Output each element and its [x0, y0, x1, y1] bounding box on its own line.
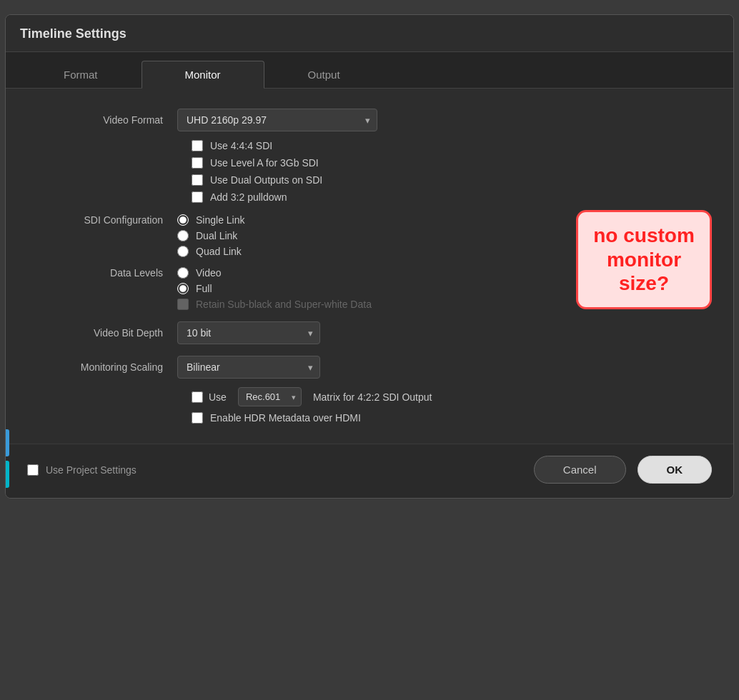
- checkbox-use-444-input[interactable]: [192, 140, 203, 151]
- matrix-suffix-label: Matrix for 4:2:2 SDI Output: [313, 391, 432, 403]
- video-format-select[interactable]: UHD 2160p 29.97: [177, 109, 377, 131]
- radio-dual-link-label: Dual Link: [196, 230, 237, 241]
- radio-single-link-input[interactable]: [177, 214, 189, 226]
- enable-hdr-checkbox[interactable]: [192, 412, 203, 424]
- radio-quad-link: Quad Link: [177, 246, 245, 257]
- tab-format[interactable]: Format: [20, 61, 142, 88]
- data-levels-label: Data Levels: [34, 267, 177, 279]
- matrix-checkbox[interactable]: [192, 391, 203, 403]
- video-format-row: Video Format UHD 2160p 29.97: [34, 109, 705, 131]
- checkbox-use-dual-label: Use Dual Outputs on SDI: [210, 174, 322, 186]
- checkbox-use-dual-input[interactable]: [192, 174, 203, 186]
- checkbox-add-pulldown-label: Add 3:2 pulldown: [210, 191, 287, 203]
- monitoring-scaling-label: Monitoring Scaling: [34, 361, 177, 373]
- checkbox-add-pulldown: Add 3:2 pulldown: [192, 191, 705, 203]
- checkbox-use-level-a-label: Use Level A for 3Gb SDI: [210, 157, 319, 169]
- annotation-bubble: no custom monitor size?: [576, 210, 712, 309]
- use-project-settings-checkbox[interactable]: [27, 464, 39, 476]
- radio-full: Full: [177, 283, 372, 294]
- video-format-dropdown-wrap: UHD 2160p 29.97: [177, 109, 377, 131]
- radio-video-input[interactable]: [177, 267, 189, 279]
- monitoring-scaling-value: Bilinear: [177, 356, 705, 379]
- video-bit-depth-value: 10 bit: [177, 321, 705, 344]
- sdi-radio-group: Single Link Dual Link Quad Link: [177, 214, 245, 257]
- enable-hdr-label: Enable HDR Metadata over HDMI: [210, 412, 361, 424]
- video-format-label: Video Format: [34, 114, 177, 126]
- radio-dual-link: Dual Link: [177, 230, 245, 241]
- left-edge-indicator-blue: [6, 429, 9, 456]
- left-edge-indicator-teal: [6, 461, 9, 488]
- video-bit-depth-row: Video Bit Depth 10 bit: [34, 321, 705, 344]
- retain-checkbox[interactable]: [177, 299, 189, 310]
- radio-full-input[interactable]: [177, 283, 189, 294]
- video-format-value: UHD 2160p 29.97: [177, 109, 705, 131]
- bottom-bar: Use Project Settings Cancel OK: [6, 444, 733, 498]
- matrix-dropdown-wrap: Rec.601: [238, 387, 302, 406]
- tab-monitor[interactable]: Monitor: [142, 61, 264, 89]
- enable-hdr-row: Enable HDR Metadata over HDMI: [192, 412, 705, 424]
- dialog-title: Timeline Settings: [6, 15, 733, 52]
- matrix-use-label: Use: [209, 391, 227, 403]
- radio-quad-link-input[interactable]: [177, 246, 189, 257]
- bottom-buttons: Cancel OK: [534, 456, 712, 484]
- annotation-text: no custom monitor size?: [592, 224, 695, 296]
- retain-row: Retain Sub-black and Super-white Data: [177, 299, 372, 310]
- video-bit-depth-select[interactable]: 10 bit: [177, 321, 320, 344]
- matrix-select[interactable]: Rec.601: [238, 387, 302, 406]
- timeline-settings-dialog: Timeline Settings Format Monitor Output …: [5, 14, 734, 499]
- checkbox-add-pulldown-input[interactable]: [192, 191, 203, 203]
- monitoring-scaling-row: Monitoring Scaling Bilinear: [34, 356, 705, 379]
- cancel-button[interactable]: Cancel: [534, 456, 626, 484]
- use-project-settings-label: Use Project Settings: [46, 464, 137, 476]
- radio-video: Video: [177, 267, 372, 279]
- radio-single-link-label: Single Link: [196, 214, 245, 226]
- video-bit-depth-label: Video Bit Depth: [34, 327, 177, 339]
- radio-quad-link-label: Quad Link: [196, 246, 242, 257]
- tabs-row: Format Monitor Output: [6, 52, 733, 89]
- radio-video-label: Video: [196, 267, 222, 279]
- video-bit-depth-dropdown-wrap: 10 bit: [177, 321, 320, 344]
- tab-output[interactable]: Output: [264, 61, 384, 88]
- content-area: no custom monitor size? Video Format UHD…: [6, 89, 733, 444]
- monitoring-scaling-select[interactable]: Bilinear: [177, 356, 320, 379]
- data-levels-radio-group: Video Full Retain Sub-black and Super-wh…: [177, 267, 372, 310]
- sdi-config-label: SDI Configuration: [34, 214, 177, 226]
- checkbox-use-level-a: Use Level A for 3Gb SDI: [192, 157, 705, 169]
- checkbox-use-level-a-input[interactable]: [192, 157, 203, 169]
- checkbox-use-dual: Use Dual Outputs on SDI: [192, 174, 705, 186]
- checkbox-use-444: Use 4:4:4 SDI: [192, 140, 705, 151]
- retain-label: Retain Sub-black and Super-white Data: [196, 299, 372, 310]
- use-project-settings: Use Project Settings: [27, 464, 534, 476]
- radio-full-label: Full: [196, 283, 212, 294]
- ok-button[interactable]: OK: [638, 456, 713, 484]
- radio-dual-link-input[interactable]: [177, 230, 189, 241]
- radio-single-link: Single Link: [177, 214, 245, 226]
- checkbox-use-444-label: Use 4:4:4 SDI: [210, 140, 272, 151]
- matrix-row: Use Rec.601 Matrix for 4:2:2 SDI Output: [192, 387, 705, 406]
- monitoring-scaling-dropdown-wrap: Bilinear: [177, 356, 320, 379]
